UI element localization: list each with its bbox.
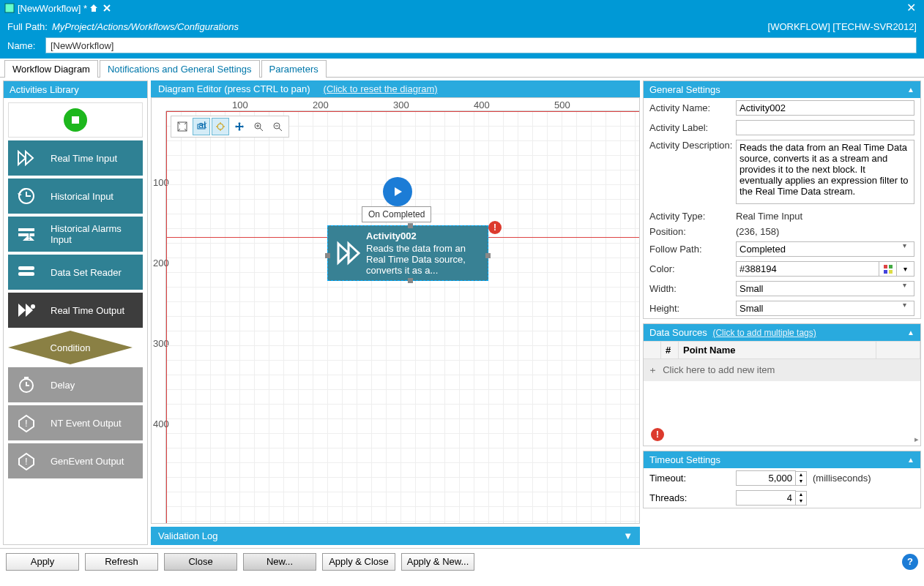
tool-pan-icon[interactable]	[231, 118, 248, 135]
new-button[interactable]: New...	[243, 553, 316, 571]
delay-icon	[8, 367, 45, 402]
svg-rect-0	[5, 4, 14, 12]
tool-zoomin-icon[interactable]	[250, 118, 267, 135]
apply-button[interactable]: Apply	[6, 553, 79, 571]
home-icon[interactable]	[87, 1, 100, 15]
apply-close-button[interactable]: Apply & Close	[322, 553, 395, 571]
historical-alarms-icon: !	[8, 217, 45, 252]
data-sources-columns: # Point Name	[644, 341, 920, 359]
app-icon	[4, 3, 15, 13]
tool-snap-icon[interactable]	[212, 118, 229, 135]
context-label: [WORKFLOW] [TECHW-SVR2012]	[768, 21, 917, 32]
tool-fit-icon[interactable]	[174, 118, 191, 135]
threads-spinner[interactable]: ▲▼	[796, 491, 807, 506]
name-input[interactable]	[45, 37, 917, 53]
bottom-bar: Apply Refresh Close New... Apply & Close…	[0, 548, 924, 574]
library-item-label: NT Event Output	[45, 405, 143, 440]
library-item[interactable]: ! NT Event Output	[8, 405, 143, 440]
color-input[interactable]	[736, 261, 879, 277]
svg-point-7	[31, 304, 35, 309]
width-select[interactable]	[736, 281, 914, 296]
timeout-settings-panel: Timeout Settings ▲ Timeout: ▲▼ (millisec…	[643, 451, 921, 508]
diagram-canvas[interactable]: 100 200 300 400 500 100 200 300 400 ab	[151, 97, 640, 524]
realtime-input-icon	[8, 140, 45, 176]
library-item[interactable]: Delay	[8, 367, 143, 402]
close-button[interactable]: Close	[164, 553, 237, 571]
add-multiple-tags-link[interactable]: (Click to add multiple tags)	[712, 328, 816, 338]
data-sources-empty: ! ▸	[644, 381, 920, 446]
activity-label-input[interactable]	[736, 120, 914, 135]
activity-name-label: Activity Name:	[649, 102, 736, 113]
activity-type-label: Activity Type:	[649, 211, 736, 222]
height-select[interactable]	[736, 301, 914, 316]
activity-desc-input[interactable]: Reads the data from an Real Time Data so…	[736, 140, 914, 204]
library-item[interactable]: Real Time Input	[8, 140, 143, 176]
library-item[interactable]: Historical Input	[8, 179, 143, 214]
library-item[interactable]: ! Historical Alarms Input	[8, 217, 143, 252]
add-new-item-row[interactable]: ＋ Click here to add new item	[644, 359, 920, 381]
svg-rect-5	[18, 266, 34, 270]
activity-name-input[interactable]	[736, 100, 914, 116]
diagram-toolbar: ab	[171, 116, 289, 138]
library-item[interactable]: ! GenEvent Output	[8, 443, 143, 478]
error-badge-icon[interactable]: !	[488, 221, 502, 234]
col-pointname: Point Name	[679, 342, 876, 358]
library-start-node[interactable]	[8, 102, 143, 138]
tab-notifications[interactable]: Notifications and General Settings	[100, 60, 260, 78]
name-bar: Name:	[0, 37, 924, 59]
timeout-settings-header[interactable]: Timeout Settings ▲	[644, 451, 920, 468]
tab-close-icon[interactable]	[100, 1, 113, 15]
general-settings-header[interactable]: General Settings ▲	[644, 81, 920, 98]
tab-strip: Workflow Diagram Notifications and Gener…	[0, 59, 924, 78]
library-item-label: Real Time Output	[45, 293, 143, 328]
genevent-output-icon: !	[8, 443, 45, 478]
svg-text:!: !	[25, 418, 28, 429]
svg-rect-6	[18, 272, 34, 276]
svg-rect-2	[18, 228, 34, 231]
activity-node[interactable]: Activity002 Reads the data from an Real …	[327, 225, 488, 281]
ntevent-output-icon: !	[8, 405, 45, 440]
validation-log-header[interactable]: Validation Log ▼	[151, 527, 640, 545]
svg-rect-21	[889, 270, 893, 274]
width-label: Width:	[649, 283, 736, 294]
fullpath-value: MyProject/Actions/Workflows/Configuratio…	[52, 21, 239, 32]
svg-rect-19	[889, 265, 893, 268]
position-value: (236, 158)	[736, 226, 914, 237]
library-item-condition[interactable]: Condition	[8, 331, 143, 364]
color-picker-button[interactable]	[879, 261, 897, 277]
on-completed-label[interactable]: On Completed	[362, 206, 431, 222]
threads-input[interactable]	[736, 490, 796, 506]
historical-input-icon	[8, 179, 45, 214]
diagram-editor-header: Diagram Editor (press CTRL to pan) (Clic…	[151, 80, 640, 97]
color-dropdown-button[interactable]: ▾	[897, 261, 914, 277]
window-close-icon[interactable]: ✕	[902, 1, 920, 15]
general-settings-panel: General Settings ▲ Activity Name: Activi…	[643, 80, 921, 319]
error-badge-icon[interactable]: !	[651, 428, 664, 441]
chevron-up-icon: ▲	[907, 456, 914, 464]
svg-point-15	[217, 124, 223, 129]
reset-diagram-link[interactable]: (Click to reset the diagram)	[324, 83, 438, 94]
start-node[interactable]	[383, 177, 412, 206]
followpath-label: Follow Path:	[649, 244, 736, 255]
library-item[interactable]: Real Time Output	[8, 293, 143, 328]
chevron-up-icon: ▲	[907, 328, 914, 337]
ruler-horizontal: 100 200 300 400 500	[166, 98, 639, 111]
tab-workflow-diagram[interactable]: Workflow Diagram	[4, 60, 98, 78]
library-item[interactable]: Data Set Reader	[8, 255, 143, 290]
help-icon[interactable]: ?	[902, 554, 918, 570]
tab-parameters[interactable]: Parameters	[261, 60, 327, 78]
refresh-button[interactable]: Refresh	[85, 553, 158, 571]
tool-zoomout-icon[interactable]	[269, 118, 286, 135]
tool-labels-icon[interactable]: ab	[193, 118, 210, 135]
followpath-select[interactable]	[736, 241, 914, 257]
library-item-label: GenEvent Output	[45, 443, 143, 478]
data-sources-header[interactable]: Data Sources (Click to add multiple tags…	[644, 324, 920, 341]
name-label: Name:	[7, 40, 45, 51]
activities-library-header[interactable]: Activities Library	[4, 81, 147, 98]
condition-icon: Condition	[8, 331, 133, 364]
apply-new-button[interactable]: Apply & New...	[401, 553, 474, 571]
timeout-input[interactable]	[736, 470, 796, 486]
library-item-label: Historical Alarms Input	[45, 217, 143, 252]
timeout-spinner[interactable]: ▲▼	[796, 471, 807, 486]
position-label: Position:	[649, 226, 736, 237]
